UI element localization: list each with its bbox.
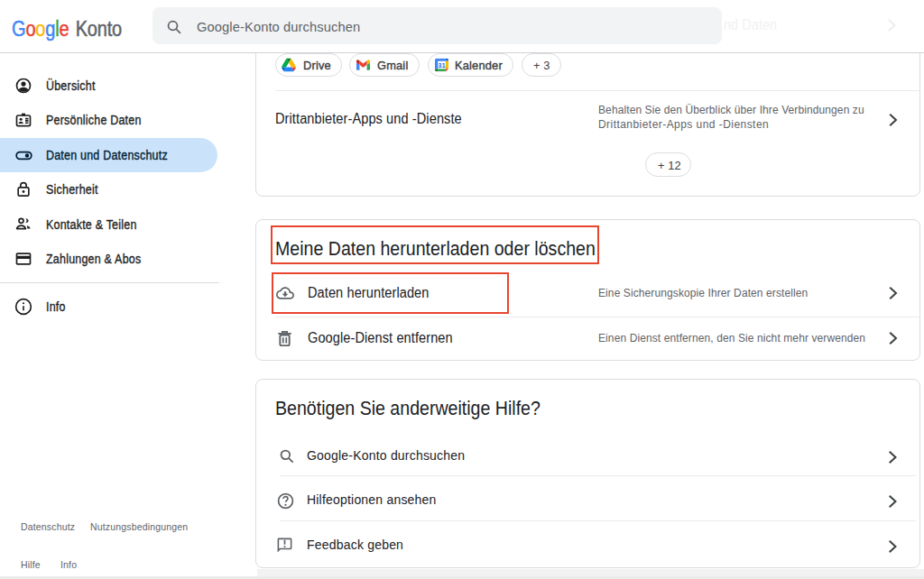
svg-text:31: 31	[438, 61, 446, 69]
